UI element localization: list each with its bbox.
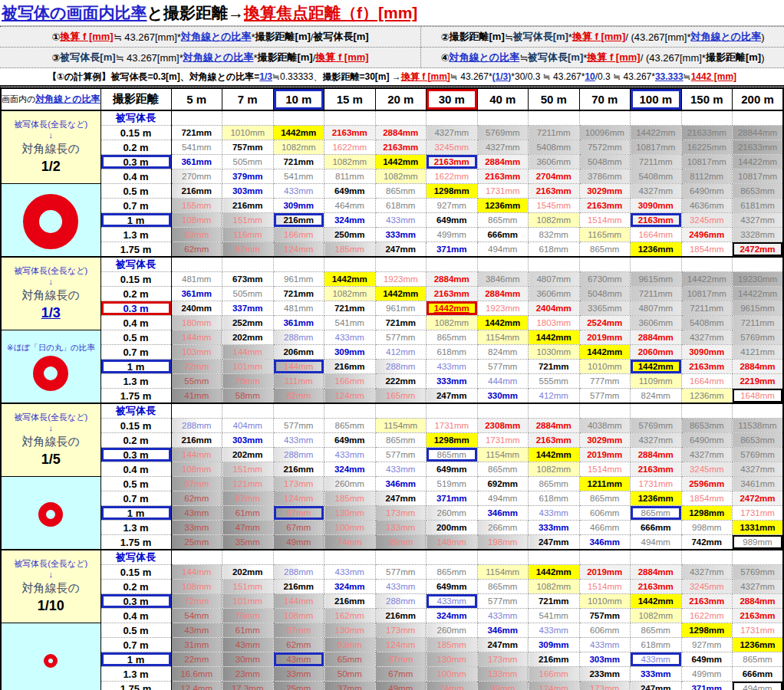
focal-length-cell: 247mm	[529, 535, 580, 550]
focal-length-cell: 200mm	[427, 521, 478, 535]
focal-length-cell: 3029mm	[579, 433, 631, 448]
header-distance-50m: 50 m	[529, 88, 580, 110]
row-label-0.7m: 0.7 m	[100, 638, 171, 652]
row-label-1.3m: 1.3 m	[100, 374, 171, 389]
focal-length-cell: 4327mm	[631, 433, 682, 448]
focal-length-cell: 865mm	[631, 506, 682, 521]
header-distance-7m: 7 m	[222, 88, 274, 110]
focal-length-cell: 99mm	[477, 682, 529, 690]
formula-link-term[interactable]: 換算 f [mm]	[572, 30, 625, 44]
formula-text: 撮影距離[m]	[257, 51, 312, 64]
row-label-0.7m: 0.7 m	[100, 345, 171, 360]
ratio-fraction[interactable]: 1/3	[2, 304, 100, 322]
focal-length-cell: 16225mm	[681, 140, 733, 155]
focal-length-cell: 41mm	[171, 389, 222, 404]
focal-length-cell: 541mm	[529, 609, 580, 623]
focal-length-cell: 1236mm	[631, 491, 682, 506]
formula-link-term[interactable]: 対角線との比率	[450, 51, 520, 64]
focal-length-cell: 433mm	[324, 330, 376, 345]
focal-length-cell: 1731mm	[477, 184, 529, 199]
focal-length-cell: 1923mm	[375, 272, 427, 287]
focal-length-cell: 1442mm	[579, 345, 631, 360]
formula-link-term[interactable]: 換算 f [mm]	[587, 51, 640, 64]
focal-length-cell: 288mm	[273, 330, 324, 345]
focal-length-cell: 649mm	[681, 652, 733, 667]
table-header-row: 画面内の対角線との比率撮影距離5 m7 m10 m15 m20 m30 m40 …	[1, 88, 783, 110]
section-1/3-subject-row: 被写体長(全長など)↓対角線長の1/3被写体長	[1, 257, 783, 272]
focal-length-cell: 162mm	[324, 609, 376, 623]
focal-length-cell: 3245mm	[681, 213, 733, 228]
subject-length-header: 被写体長	[100, 403, 171, 419]
focal-length-cell: 865mm	[529, 477, 580, 491]
focal-length-cell: 3365mm	[579, 301, 631, 316]
focal-length-cell: 1854mm	[681, 491, 733, 506]
focal-length-cell: 7572mm	[579, 140, 631, 155]
formula-link-term[interactable]: 1442 [mm]	[691, 71, 736, 82]
ratio-panel-1/5: 被写体長(全長など)↓対角線長の1/5	[1, 403, 100, 477]
formula-link-term[interactable]: 33.333	[655, 71, 684, 82]
table-row: 1 m43mm61mm87mm130mm173mm260mm346mm433mm…	[1, 506, 783, 521]
empty-cell	[222, 110, 274, 126]
focal-length-cell: 16.6mm	[171, 667, 222, 682]
focal-length-cell: 101mm	[222, 594, 274, 609]
focal-length-cell: 865mm	[579, 242, 631, 258]
focal-length-cell: 865mm	[427, 565, 478, 580]
empty-cell	[529, 110, 580, 126]
focal-length-cell: 1731mm	[427, 419, 478, 433]
focal-length-cell: 247mm	[427, 389, 478, 404]
row-label-0.15m: 0.15 m	[100, 126, 171, 140]
focal-length-cell: 3245mm	[681, 462, 733, 477]
title-to: と	[147, 2, 164, 24]
focal-length-cell: 1442mm	[529, 330, 580, 345]
formula-link-term[interactable]: (1/3)	[492, 71, 512, 82]
formula-link-term[interactable]: 1/3	[259, 71, 272, 82]
focal-length-cell: 4327mm	[733, 580, 784, 594]
subject-length-header: 被写体長	[100, 550, 171, 565]
focal-length-cell: 865mm	[477, 213, 529, 228]
empty-cell	[681, 403, 733, 419]
row-label-0.7m: 0.7 m	[100, 491, 171, 506]
table-row: 1.75 m25mm35mm49mm74mm99mm148mm198mm247m…	[1, 535, 783, 550]
formula-link-term[interactable]: 換算 f [mm]	[60, 30, 113, 44]
focal-length-cell: 618mm	[529, 491, 580, 506]
focal-length-cell: 33mm	[171, 521, 222, 535]
table-row: 1.3 m55mm78mm111mm166mm222mm333mm444mm55…	[1, 374, 783, 389]
diagonal-ratio-link[interactable]: 対角線との比率	[35, 94, 100, 104]
focal-length-cell: 216mm	[529, 652, 580, 667]
focal-length-cell: 216mm	[324, 360, 376, 374]
formula-link-term[interactable]: 換算 f [mm]	[401, 71, 450, 84]
focal-length-cell: 166mm	[273, 228, 324, 242]
focal-length-cell: 108mm	[171, 213, 222, 228]
focal-length-cell: 100mm	[324, 521, 376, 535]
red-circle-icon	[23, 194, 78, 249]
focal-length-cell: 1082mm	[631, 609, 682, 623]
formula-link-term[interactable]: 対角線との比率	[181, 30, 252, 44]
focal-length-cell: 4636mm	[681, 199, 733, 213]
focal-length-cell: 2884mm	[375, 126, 427, 140]
focal-length-cell: 2219mm	[733, 374, 784, 389]
empty-cell	[579, 257, 631, 272]
focal-length-cell: 361mm	[273, 316, 324, 330]
focal-length-cell: 173mm	[579, 682, 631, 690]
focal-length-cell: 757mm	[222, 140, 274, 155]
formula-link-term[interactable]: 対角線との比率	[691, 30, 762, 44]
focal-length-cell: 606mm	[579, 623, 631, 638]
focal-length-cell: 7211mm	[681, 301, 733, 316]
focal-length-cell: 124mm	[529, 682, 580, 690]
focal-length-cell: 618mm	[529, 242, 580, 258]
focal-length-cell: 2472mm	[733, 491, 784, 506]
focal-length-cell: 206mm	[273, 345, 324, 360]
formula-link-term[interactable]: 10	[585, 71, 595, 82]
formula-link-term[interactable]: 換算 f [mm]	[315, 51, 368, 64]
focal-length-cell: 577mm	[375, 448, 427, 462]
formula-text: ②	[441, 31, 450, 43]
empty-cell	[427, 550, 478, 565]
focal-length-cell: 998mm	[681, 521, 733, 535]
focal-length-cell: 198mm	[477, 535, 529, 550]
formula-link-term[interactable]: 対角線との比率	[183, 51, 254, 64]
focal-length-cell: 412mm	[375, 345, 427, 360]
row-label-0.15m: 0.15 m	[100, 419, 171, 433]
header-distance-150m: 150 m	[681, 88, 733, 110]
header-distance-30m: 30 m	[427, 88, 478, 110]
focal-length-cell: 10817mm	[631, 140, 682, 155]
